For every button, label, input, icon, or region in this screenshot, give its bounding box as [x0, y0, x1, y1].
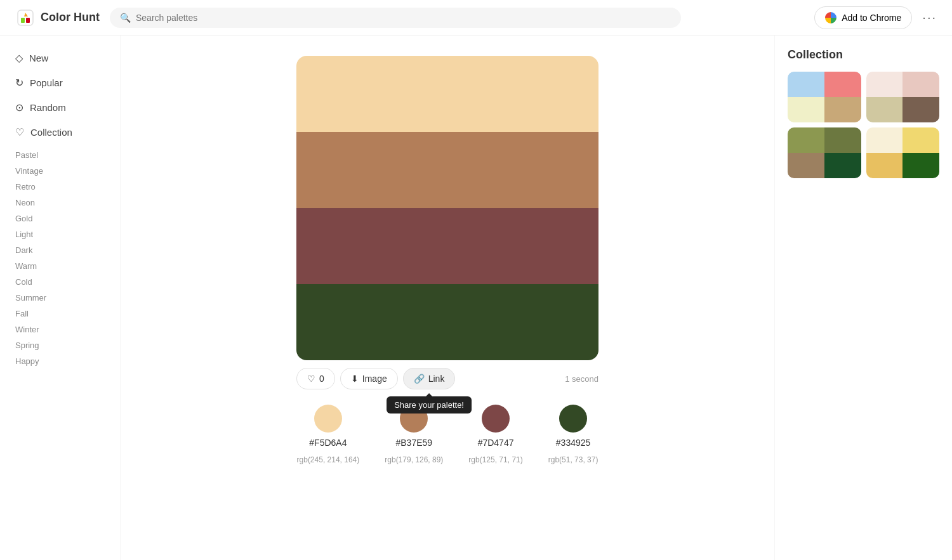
color-detail-4: #334925 rgb(51, 73, 37)	[548, 405, 598, 464]
cs4-2	[902, 127, 939, 153]
cs1-1	[788, 72, 824, 97]
nav-item-new[interactable]: ◇ New	[0, 46, 120, 70]
heart-icon: ♡	[307, 374, 315, 384]
cs4-1	[866, 127, 903, 153]
nav-item-random[interactable]: ⊙ Random	[0, 95, 120, 120]
download-icon: ⬇	[351, 374, 359, 384]
cs3-1	[788, 127, 824, 153]
link-label: Link	[428, 374, 445, 384]
like-count: 0	[319, 374, 324, 384]
tag-warm[interactable]: Warm	[0, 258, 120, 274]
nav-label-popular: Popular	[30, 77, 63, 88]
tag-vintage[interactable]: Vintage	[0, 163, 120, 179]
cs2-2	[902, 72, 939, 97]
palette-card	[296, 56, 598, 360]
collection-item-3[interactable]	[788, 127, 861, 178]
color-detail-2: #B37E59 rgb(179, 126, 89)	[385, 405, 443, 464]
color-hex-1[interactable]: #F5D6A4	[309, 438, 347, 448]
color-rgb-2: rgb(179, 126, 89)	[385, 455, 443, 464]
collection-panel-title: Collection	[788, 48, 939, 62]
svg-rect-2	[26, 18, 30, 23]
tag-neon[interactable]: Neon	[0, 195, 120, 211]
color-rgb-3: rgb(125, 71, 71)	[468, 455, 522, 464]
logo-text: Color Hunt	[41, 11, 100, 24]
search-bar[interactable]: 🔍	[110, 8, 681, 28]
tag-fall[interactable]: Fall	[0, 306, 120, 322]
link-icon: 🔗	[414, 374, 425, 384]
more-button[interactable]: ···	[922, 10, 937, 25]
swatch-1	[296, 56, 598, 132]
collection-swatch-1	[788, 72, 861, 122]
color-hex-4[interactable]: #334925	[556, 438, 591, 448]
right-panel: Collection	[774, 36, 952, 560]
popular-icon: ↻	[15, 77, 23, 89]
collection-grid	[788, 72, 939, 178]
tag-winter[interactable]: Winter	[0, 322, 120, 337]
collection-item-1[interactable]	[788, 72, 861, 122]
link-tooltip-wrapper: 🔗 Link Share your palette!	[403, 368, 456, 389]
cs3-2	[824, 127, 861, 153]
tag-spring[interactable]: Spring	[0, 337, 120, 353]
layout: ◇ New ↻ Popular ⊙ Random ♡ Collection Pa…	[0, 36, 952, 560]
share-tooltip: Share your palette!	[387, 396, 472, 413]
logo[interactable]: Color Hunt	[15, 8, 100, 28]
cs2-1	[866, 72, 903, 97]
color-rgb-4: rgb(51, 73, 37)	[548, 455, 598, 464]
cs4-3	[866, 153, 903, 178]
collection-icon: ♡	[15, 126, 24, 138]
add-chrome-label: Add to Chrome	[842, 13, 901, 23]
nav-label-random: Random	[30, 102, 66, 113]
nav-label-collection: Collection	[30, 127, 72, 138]
header: Color Hunt 🔍 Add to Chrome ···	[0, 0, 952, 36]
tag-light[interactable]: Light	[0, 226, 120, 242]
cs2-3	[866, 97, 903, 122]
add-chrome-button[interactable]: Add to Chrome	[814, 6, 912, 29]
random-icon: ⊙	[15, 101, 23, 114]
nav-label-new: New	[29, 53, 48, 63]
svg-rect-1	[21, 18, 25, 23]
link-button[interactable]: 🔗 Link	[403, 368, 456, 389]
chrome-icon	[825, 12, 836, 23]
palette-actions: ♡ 0 ⬇ Image 🔗 Link Share your palette! 1…	[296, 368, 598, 389]
nav-item-popular[interactable]: ↻ Popular	[0, 70, 120, 95]
color-details: #F5D6A4 rgb(245, 214, 164) #B37E59 rgb(1…	[297, 405, 598, 464]
collection-swatch-2	[866, 72, 940, 122]
tag-cold[interactable]: Cold	[0, 274, 120, 290]
collection-swatch-4	[866, 127, 940, 178]
collection-item-4[interactable]	[866, 127, 940, 178]
tag-retro[interactable]: Retro	[0, 179, 120, 195]
collection-item-2[interactable]	[866, 72, 940, 122]
cs3-4	[824, 153, 861, 178]
tag-pastel[interactable]: Pastel	[0, 147, 120, 163]
cs1-3	[788, 97, 824, 122]
header-right: Add to Chrome ···	[814, 6, 937, 29]
tag-dark[interactable]: Dark	[0, 242, 120, 258]
new-icon: ◇	[15, 52, 23, 64]
tag-happy[interactable]: Happy	[0, 353, 120, 369]
main-content: ♡ 0 ⬇ Image 🔗 Link Share your palette! 1…	[121, 36, 774, 560]
swatch-3	[296, 208, 598, 284]
color-detail-3: #7D4747 rgb(125, 71, 71)	[468, 405, 522, 464]
color-rgb-1: rgb(245, 214, 164)	[297, 455, 360, 464]
collection-swatch-3	[788, 127, 861, 178]
cs4-4	[902, 153, 939, 178]
color-circle-3	[482, 405, 510, 433]
swatch-2	[296, 132, 598, 208]
image-button[interactable]: ⬇ Image	[340, 368, 398, 389]
image-label: Image	[362, 374, 387, 384]
tag-summer[interactable]: Summer	[0, 290, 120, 306]
search-input[interactable]	[136, 13, 671, 23]
cs3-3	[788, 153, 824, 178]
nav-item-collection[interactable]: ♡ Collection	[0, 120, 120, 145]
sidebar: ◇ New ↻ Popular ⊙ Random ♡ Collection Pa…	[0, 36, 121, 560]
time-label: 1 second	[565, 374, 598, 384]
search-icon: 🔍	[120, 13, 131, 23]
color-hex-3[interactable]: #7D4747	[478, 438, 514, 448]
color-circle-1	[314, 405, 342, 433]
like-button[interactable]: ♡ 0	[296, 368, 335, 389]
color-detail-1: #F5D6A4 rgb(245, 214, 164)	[297, 405, 360, 464]
tag-gold[interactable]: Gold	[0, 211, 120, 226]
cs1-2	[824, 72, 861, 97]
svg-rect-0	[18, 10, 33, 25]
color-hex-2[interactable]: #B37E59	[396, 438, 433, 448]
